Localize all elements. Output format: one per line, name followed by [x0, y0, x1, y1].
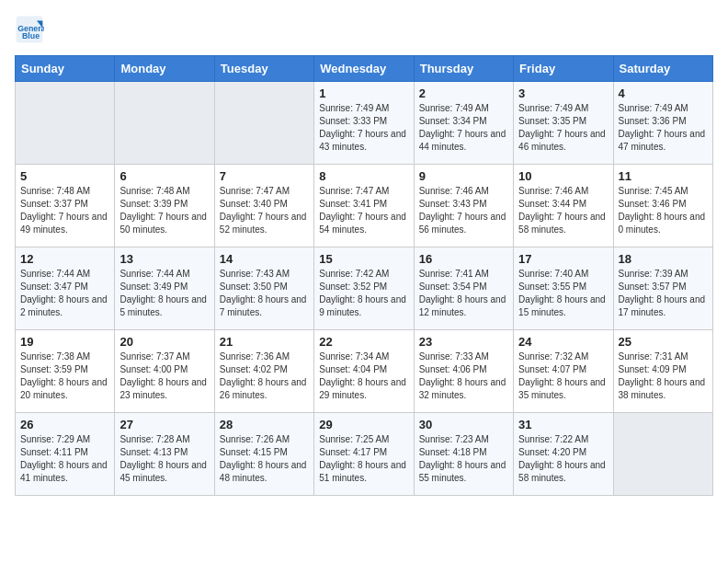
day-info: Sunrise: 7:43 AM Sunset: 3:50 PM Dayligh… — [220, 268, 309, 319]
calendar-cell: 11Sunrise: 7:45 AM Sunset: 3:46 PM Dayli… — [613, 165, 712, 247]
day-info: Sunrise: 7:28 AM Sunset: 4:13 PM Dayligh… — [119, 433, 209, 485]
calendar-cell: 7Sunrise: 7:47 AM Sunset: 3:40 PM Daylig… — [214, 165, 313, 247]
day-number: 1 — [319, 86, 408, 100]
calendar-week-3: 12Sunrise: 7:44 AM Sunset: 3:47 PM Dayli… — [16, 247, 713, 330]
day-info: Sunrise: 7:48 AM Sunset: 3:39 PM Dayligh… — [119, 185, 209, 236]
day-number: 7 — [220, 169, 309, 183]
page-header: General Blue — [15, 15, 713, 44]
calendar-cell: 2Sunrise: 7:49 AM Sunset: 3:34 PM Daylig… — [414, 82, 513, 165]
calendar-week-2: 5Sunrise: 7:48 AM Sunset: 3:37 PM Daylig… — [16, 165, 713, 247]
calendar-cell: 9Sunrise: 7:46 AM Sunset: 3:43 PM Daylig… — [414, 165, 513, 247]
day-number: 23 — [419, 335, 508, 349]
day-number: 5 — [20, 169, 109, 183]
day-info: Sunrise: 7:42 AM Sunset: 3:52 PM Dayligh… — [319, 268, 408, 319]
day-info: Sunrise: 7:47 AM Sunset: 3:40 PM Dayligh… — [220, 185, 309, 236]
day-number: 8 — [319, 169, 408, 183]
calendar-week-4: 19Sunrise: 7:38 AM Sunset: 3:59 PM Dayli… — [16, 330, 713, 413]
logo: General Blue — [15, 15, 48, 44]
calendar-cell: 29Sunrise: 7:25 AM Sunset: 4:17 PM Dayli… — [314, 413, 414, 496]
calendar-cell: 23Sunrise: 7:33 AM Sunset: 4:06 PM Dayli… — [414, 330, 513, 413]
header-row: SundayMondayTuesdayWednesdayThursdayFrid… — [16, 56, 713, 82]
calendar-cell — [115, 82, 214, 165]
calendar-week-1: 1Sunrise: 7:49 AM Sunset: 3:33 PM Daylig… — [16, 82, 713, 165]
day-info: Sunrise: 7:47 AM Sunset: 3:41 PM Dayligh… — [319, 185, 408, 236]
calendar-header: SundayMondayTuesdayWednesdayThursdayFrid… — [16, 56, 713, 82]
day-number: 3 — [518, 86, 608, 100]
day-info: Sunrise: 7:38 AM Sunset: 3:59 PM Dayligh… — [20, 350, 109, 402]
day-info: Sunrise: 7:46 AM Sunset: 3:44 PM Dayligh… — [518, 185, 608, 236]
calendar-cell: 15Sunrise: 7:42 AM Sunset: 3:52 PM Dayli… — [314, 247, 414, 330]
day-number: 21 — [220, 335, 309, 349]
day-number: 10 — [518, 169, 608, 183]
day-info: Sunrise: 7:49 AM Sunset: 3:35 PM Dayligh… — [518, 102, 608, 154]
day-info: Sunrise: 7:48 AM Sunset: 3:37 PM Dayligh… — [20, 185, 109, 236]
calendar-cell: 5Sunrise: 7:48 AM Sunset: 3:37 PM Daylig… — [16, 165, 115, 247]
calendar-cell: 1Sunrise: 7:49 AM Sunset: 3:33 PM Daylig… — [314, 82, 414, 165]
logo-icon: General Blue — [15, 15, 44, 44]
calendar-cell: 26Sunrise: 7:29 AM Sunset: 4:11 PM Dayli… — [16, 413, 115, 496]
calendar-cell: 28Sunrise: 7:26 AM Sunset: 4:15 PM Dayli… — [214, 413, 313, 496]
day-number: 27 — [119, 418, 209, 431]
header-day-wednesday: Wednesday — [314, 56, 414, 82]
day-info: Sunrise: 7:31 AM Sunset: 4:09 PM Dayligh… — [619, 350, 708, 402]
calendar-cell: 17Sunrise: 7:40 AM Sunset: 3:55 PM Dayli… — [514, 247, 613, 330]
calendar-cell: 4Sunrise: 7:49 AM Sunset: 3:36 PM Daylig… — [613, 82, 712, 165]
calendar-cell — [613, 413, 712, 496]
calendar-cell: 13Sunrise: 7:44 AM Sunset: 3:49 PM Dayli… — [115, 247, 214, 330]
calendar-cell: 6Sunrise: 7:48 AM Sunset: 3:39 PM Daylig… — [115, 165, 214, 247]
header-day-friday: Friday — [514, 56, 613, 82]
day-info: Sunrise: 7:41 AM Sunset: 3:54 PM Dayligh… — [419, 268, 508, 319]
day-info: Sunrise: 7:44 AM Sunset: 3:49 PM Dayligh… — [119, 268, 209, 319]
day-number: 20 — [119, 335, 209, 349]
day-info: Sunrise: 7:40 AM Sunset: 3:55 PM Dayligh… — [518, 268, 608, 319]
day-number: 4 — [619, 86, 708, 100]
calendar-cell: 16Sunrise: 7:41 AM Sunset: 3:54 PM Dayli… — [414, 247, 513, 330]
header-day-saturday: Saturday — [613, 56, 712, 82]
day-number: 31 — [518, 418, 608, 431]
calendar-cell: 20Sunrise: 7:37 AM Sunset: 4:00 PM Dayli… — [115, 330, 214, 413]
day-number: 2 — [419, 86, 508, 100]
calendar-table: SundayMondayTuesdayWednesdayThursdayFrid… — [15, 55, 713, 496]
day-info: Sunrise: 7:32 AM Sunset: 4:07 PM Dayligh… — [518, 350, 608, 402]
day-number: 24 — [518, 335, 608, 349]
day-info: Sunrise: 7:29 AM Sunset: 4:11 PM Dayligh… — [20, 433, 109, 485]
day-info: Sunrise: 7:49 AM Sunset: 3:34 PM Dayligh… — [419, 102, 508, 154]
day-info: Sunrise: 7:37 AM Sunset: 4:00 PM Dayligh… — [119, 350, 209, 402]
day-info: Sunrise: 7:36 AM Sunset: 4:02 PM Dayligh… — [220, 350, 309, 402]
calendar-cell — [214, 82, 313, 165]
day-number: 22 — [319, 335, 408, 349]
calendar-week-5: 26Sunrise: 7:29 AM Sunset: 4:11 PM Dayli… — [16, 413, 713, 496]
day-info: Sunrise: 7:25 AM Sunset: 4:17 PM Dayligh… — [319, 433, 408, 485]
calendar-cell: 30Sunrise: 7:23 AM Sunset: 4:18 PM Dayli… — [414, 413, 513, 496]
day-info: Sunrise: 7:44 AM Sunset: 3:47 PM Dayligh… — [20, 268, 109, 319]
calendar-cell: 18Sunrise: 7:39 AM Sunset: 3:57 PM Dayli… — [613, 247, 712, 330]
calendar-cell: 8Sunrise: 7:47 AM Sunset: 3:41 PM Daylig… — [314, 165, 414, 247]
day-info: Sunrise: 7:46 AM Sunset: 3:43 PM Dayligh… — [419, 185, 508, 236]
calendar-cell: 14Sunrise: 7:43 AM Sunset: 3:50 PM Dayli… — [214, 247, 313, 330]
day-number: 26 — [20, 418, 109, 431]
day-number: 12 — [20, 252, 109, 266]
day-info: Sunrise: 7:22 AM Sunset: 4:20 PM Dayligh… — [518, 433, 608, 485]
day-number: 30 — [419, 418, 508, 431]
calendar-body: 1Sunrise: 7:49 AM Sunset: 3:33 PM Daylig… — [16, 82, 713, 496]
day-number: 15 — [319, 252, 408, 266]
calendar-cell: 10Sunrise: 7:46 AM Sunset: 3:44 PM Dayli… — [514, 165, 613, 247]
day-number: 11 — [619, 169, 708, 183]
day-number: 13 — [119, 252, 209, 266]
header-day-tuesday: Tuesday — [214, 56, 313, 82]
calendar-cell: 27Sunrise: 7:28 AM Sunset: 4:13 PM Dayli… — [115, 413, 214, 496]
day-info: Sunrise: 7:49 AM Sunset: 3:33 PM Dayligh… — [319, 102, 408, 154]
calendar-cell: 24Sunrise: 7:32 AM Sunset: 4:07 PM Dayli… — [514, 330, 613, 413]
day-info: Sunrise: 7:39 AM Sunset: 3:57 PM Dayligh… — [619, 268, 708, 319]
day-info: Sunrise: 7:49 AM Sunset: 3:36 PM Dayligh… — [619, 102, 708, 154]
day-info: Sunrise: 7:34 AM Sunset: 4:04 PM Dayligh… — [319, 350, 408, 402]
day-number: 9 — [419, 169, 508, 183]
calendar-cell: 31Sunrise: 7:22 AM Sunset: 4:20 PM Dayli… — [514, 413, 613, 496]
day-number: 18 — [619, 252, 708, 266]
calendar-cell: 22Sunrise: 7:34 AM Sunset: 4:04 PM Dayli… — [314, 330, 414, 413]
calendar-cell: 21Sunrise: 7:36 AM Sunset: 4:02 PM Dayli… — [214, 330, 313, 413]
calendar-cell: 12Sunrise: 7:44 AM Sunset: 3:47 PM Dayli… — [16, 247, 115, 330]
calendar-cell: 3Sunrise: 7:49 AM Sunset: 3:35 PM Daylig… — [514, 82, 613, 165]
day-info: Sunrise: 7:23 AM Sunset: 4:18 PM Dayligh… — [419, 433, 508, 485]
day-number: 25 — [619, 335, 708, 349]
